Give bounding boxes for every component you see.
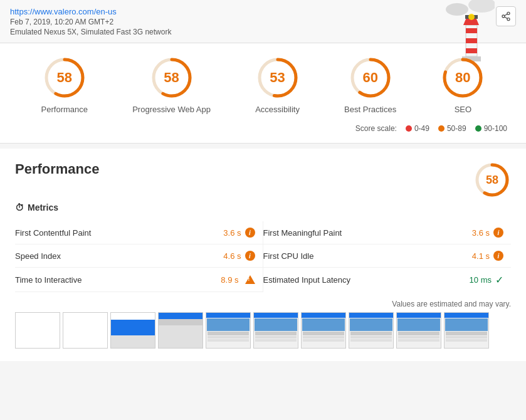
score-label-accessibility: Accessibility [255,105,300,114]
film-frame [110,312,155,349]
score-label-seo: SEO [455,105,471,114]
filmstrip-row [15,312,511,349]
perf-header: Performance 58 [15,161,511,199]
score-circle-accessibility: 53 [256,56,300,100]
film-frame [63,312,108,349]
svg-point-8 [468,14,475,20]
score-circle-performance: 58 [43,56,87,100]
metric-val: 10 ms [470,275,492,285]
svg-point-11 [502,15,505,18]
stopwatch-icon: ⏱ [15,202,24,213]
score-circle-seo: 80 [441,56,485,100]
metric-row: Time to Interactive8.9 s ! [15,268,263,292]
share-button[interactable] [496,6,516,26]
metrics-label: Metrics [28,202,58,213]
metrics-header: ⏱ Metrics [15,202,511,213]
score-item-pwa: 58 Progressive Web App [132,56,211,114]
film-frame [444,312,489,349]
metric-name: Time to Interactive [15,275,82,285]
scores-section: 58 Performance 58 Progressive Web App 53… [0,43,526,144]
score-circle-best-practices: 60 [349,56,392,100]
metric-row: First Meaningful Paint3.6 s i [263,221,512,244]
score-item-best-practices: 60 Best Practices [344,56,396,114]
url-link[interactable]: https://www.valero.com/en-us [10,7,117,16]
scale-label: Score scale: [355,124,397,133]
info-icon[interactable]: i [493,251,503,261]
score-label-best-practices: Best Practices [344,105,396,114]
scale-row: Score scale: 0-49 50-89 90-100 [19,124,507,133]
metric-name: Speed Index [15,251,61,261]
metric-name: Estimated Input Latency [263,275,350,285]
film-frame [206,312,251,349]
check-icon: ✓ [495,274,503,286]
metric-val: 8.9 s [221,275,238,285]
date-info: Feb 7, 2019, 10:20 AM GMT+2 [10,18,171,26]
svg-point-12 [507,18,510,21]
metric-value: 8.9 s ! [221,275,255,285]
svg-point-10 [507,12,510,14]
info-icon[interactable]: i [245,251,255,261]
metric-row: Speed Index4.6 s i [15,244,263,268]
scale-range-green: 90-100 [484,124,507,133]
scale-range-orange: 50-89 [447,124,466,133]
filmstrip-section: Values are estimated and may vary. [15,300,511,349]
performance-title: Performance [15,161,100,177]
scale-item-green: 90-100 [475,124,507,133]
film-frame [349,312,394,349]
metric-row: First Contentful Paint3.6 s i [15,221,263,244]
performance-section: Performance 58 ⏱ Metrics First Contentfu… [0,149,526,361]
svg-rect-4 [466,38,477,43]
score-item-seo: 80 SEO [441,56,485,114]
metric-val: 3.6 s [472,228,490,238]
header: https://www.valero.com/en-us Feb 7, 2019… [0,0,526,43]
filmstrip-note: Values are estimated and may vary. [15,300,511,308]
film-frame [158,312,203,349]
svg-line-14 [505,14,508,16]
metrics-grid: First Contentful Paint3.6 s iFirst Meani… [15,221,511,292]
metric-val: 4.1 s [472,251,490,261]
score-label-performance: Performance [41,105,88,114]
metric-value: 3.6 s i [223,228,255,238]
score-item-performance: 58 Performance [41,56,88,114]
metric-row: Estimated Input Latency10 ms ✓ [263,268,512,292]
info-icon[interactable]: i [493,228,503,238]
svg-rect-5 [466,48,477,53]
film-frame [15,312,60,349]
info-icon[interactable]: i [245,228,255,238]
svg-line-13 [505,17,508,19]
scale-range-red: 0-49 [414,124,429,133]
scale-item-red: 0-49 [406,124,429,133]
score-item-accessibility: 53 Accessibility [255,56,300,114]
metric-name: First Meaningful Paint [263,228,342,238]
metric-value: 4.1 s i [472,251,503,261]
metric-val: 4.6 s [223,251,241,261]
score-label-pwa: Progressive Web App [132,105,211,114]
perf-score-ring: 58 [473,161,511,199]
metric-val: 3.6 s [223,228,241,238]
warn-icon: ! [245,275,255,284]
scale-item-orange: 50-89 [438,124,466,133]
orange-dot [438,125,444,132]
svg-point-0 [446,3,468,16]
metric-name: First Contentful Paint [15,228,91,238]
film-frame [301,312,346,349]
metric-value: 10 ms ✓ [470,274,503,286]
red-dot [406,125,412,132]
metric-row: First CPU Idle4.1 s i [263,244,512,268]
device-info: Emulated Nexus 5X, Simulated Fast 3G net… [10,28,171,36]
scores-row: 58 Performance 58 Progressive Web App 53… [19,56,507,114]
svg-point-1 [468,0,495,13]
film-frame [253,312,298,349]
svg-rect-3 [466,28,477,33]
film-frame [396,312,441,349]
score-circle-pwa: 58 [150,56,194,100]
header-info: https://www.valero.com/en-us Feb 7, 2019… [10,6,171,36]
metric-name: First CPU Idle [263,251,314,261]
metric-value: 3.6 s i [472,228,503,238]
green-dot [475,125,481,132]
metric-value: 4.6 s i [223,251,255,261]
